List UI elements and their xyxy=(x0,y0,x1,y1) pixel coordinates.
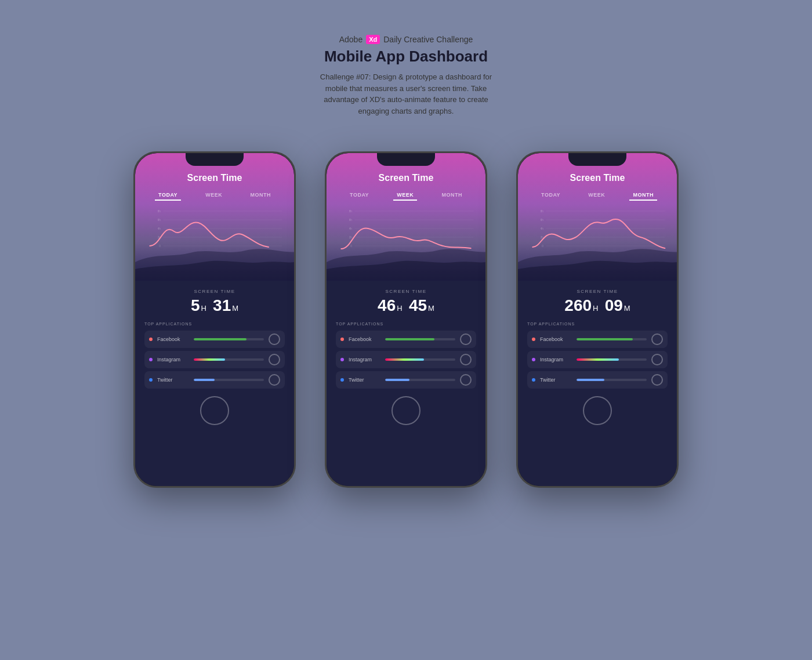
chart-svg-week: 8h 6h 4h 2h 0 xyxy=(336,205,476,263)
top-apps-label-week: TOP APPLICATIONS xyxy=(336,322,476,326)
svg-text:6h: 6h xyxy=(349,219,352,222)
app-bar-container-instagram xyxy=(194,358,264,361)
tab-month[interactable]: MONTH xyxy=(629,190,657,201)
app-row-instagram: Instagram xyxy=(336,351,476,368)
description: Challenge #07: Design & prototype a dash… xyxy=(319,71,493,117)
phone-top-month: Screen Time TODAY WEEK MONTH xyxy=(518,153,677,281)
home-indicator-area-week xyxy=(336,391,476,429)
svg-text:0: 0 xyxy=(159,245,161,248)
svg-text:6h: 6h xyxy=(541,219,543,222)
tab-week[interactable]: WEEK xyxy=(202,190,226,201)
app-bar-container-twitter xyxy=(194,379,264,381)
app-name-instagram: Instagram xyxy=(157,357,189,362)
app-name-instagram: Instagram xyxy=(349,357,380,362)
phone-title-today: Screen Time xyxy=(144,173,285,183)
phone-screen-today: Screen Time TODAY WEEK MONTH xyxy=(135,153,294,486)
phone-screen-month: Screen Time TODAY WEEK MONTH xyxy=(518,153,677,486)
main-title: Mobile App Dashboard xyxy=(319,48,493,66)
phone-screen-week: Screen Time TODAY WEEK MONTH xyxy=(327,153,485,486)
home-indicator-area-today xyxy=(144,391,285,429)
app-name-twitter: Twitter xyxy=(349,377,380,383)
app-toggle-instagram[interactable] xyxy=(269,354,280,365)
tab-today[interactable]: TODAY xyxy=(155,190,181,201)
phone-today: Screen Time TODAY WEEK MONTH xyxy=(133,151,296,488)
app-dot-facebook xyxy=(340,338,344,341)
app-bar-instagram xyxy=(194,358,225,361)
tab-today[interactable]: TODAY xyxy=(346,190,372,201)
app-bar-twitter xyxy=(385,379,409,381)
app-row-twitter: Twitter xyxy=(336,371,476,389)
app-row-instagram: Instagram xyxy=(527,351,668,368)
app-toggle-facebook[interactable] xyxy=(460,333,472,345)
app-row-facebook: Facebook xyxy=(527,331,668,348)
phones-container: Screen Time TODAY WEEK MONTH xyxy=(133,151,679,488)
tabs-today: TODAY WEEK MONTH xyxy=(144,190,285,201)
app-dot-twitter xyxy=(149,378,153,382)
app-toggle-twitter[interactable] xyxy=(269,374,280,386)
app-row-instagram: Instagram xyxy=(144,351,285,368)
home-button-week[interactable] xyxy=(392,396,420,425)
tabs-week: TODAY WEEK MONTH xyxy=(336,190,476,201)
chart-svg-today: 8h 6h 4h 2h 0 xyxy=(144,205,285,263)
app-name-facebook: Facebook xyxy=(157,336,189,342)
minutes-week: 45 xyxy=(409,296,427,315)
minutes-unit-today: M xyxy=(232,304,238,313)
app-name-twitter: Twitter xyxy=(540,377,572,383)
svg-text:8h: 8h xyxy=(349,210,352,213)
screen-time-value-today: 5H 31M xyxy=(144,296,285,315)
tab-today[interactable]: TODAY xyxy=(538,190,564,201)
phone-top-week: Screen Time TODAY WEEK MONTH xyxy=(327,153,485,281)
app-bar-facebook xyxy=(194,338,246,340)
app-name-twitter: Twitter xyxy=(157,377,189,383)
app-bar-container-twitter xyxy=(577,379,647,381)
app-name-facebook: Facebook xyxy=(349,336,380,342)
hours-unit-month: H xyxy=(593,304,598,313)
minutes-unit-month: M xyxy=(624,304,630,313)
screen-time-value-month: 260H 09M xyxy=(527,296,668,315)
app-dot-facebook xyxy=(149,338,153,341)
tab-month[interactable]: MONTH xyxy=(438,190,466,201)
app-dot-twitter xyxy=(340,378,344,382)
svg-text:4h: 4h xyxy=(349,227,352,230)
minutes-today: 31 xyxy=(213,296,231,315)
app-dot-twitter xyxy=(532,378,535,382)
hours-unit-week: H xyxy=(397,304,402,313)
app-toggle-instagram[interactable] xyxy=(651,354,663,365)
challenge-label: Daily Creative Challenge xyxy=(383,35,473,44)
app-bar-twitter xyxy=(577,379,604,381)
xd-badge: Xd xyxy=(366,35,380,44)
home-button-today[interactable] xyxy=(200,396,229,425)
app-bar-container-twitter xyxy=(385,379,455,381)
app-bar-twitter xyxy=(194,379,215,381)
app-toggle-twitter[interactable] xyxy=(651,374,663,386)
svg-text:8h: 8h xyxy=(158,210,161,213)
tab-month[interactable]: MONTH xyxy=(246,190,274,201)
app-toggle-facebook[interactable] xyxy=(269,333,280,345)
app-dot-instagram xyxy=(340,358,344,361)
app-bar-container-facebook xyxy=(194,338,264,340)
phone-title-month: Screen Time xyxy=(527,173,668,183)
app-toggle-twitter[interactable] xyxy=(460,374,472,386)
screen-time-label-today: SCREEN TIME xyxy=(144,289,285,294)
app-bar-instagram xyxy=(577,358,619,361)
app-toggle-facebook[interactable] xyxy=(651,333,663,345)
app-bar-facebook xyxy=(577,338,633,340)
phone-bottom-today: SCREEN TIME 5H 31M TOP APPLICATIONS Face… xyxy=(135,281,294,486)
minutes-unit-week: M xyxy=(428,304,434,313)
tab-week[interactable]: WEEK xyxy=(585,190,608,201)
screen-time-label-week: SCREEN TIME xyxy=(336,289,476,294)
app-toggle-instagram[interactable] xyxy=(460,354,472,365)
app-row-facebook: Facebook xyxy=(144,331,285,348)
app-bar-container-facebook xyxy=(385,338,455,340)
phone-title-week: Screen Time xyxy=(336,173,476,183)
tab-week[interactable]: WEEK xyxy=(393,190,417,201)
header-top-row: Adobe Xd Daily Creative Challenge xyxy=(319,35,493,44)
tabs-month: TODAY WEEK MONTH xyxy=(527,190,668,201)
app-row-facebook: Facebook xyxy=(336,331,476,348)
phone-bottom-month: SCREEN TIME 260H 09M TOP APPLICATIONS Fa… xyxy=(518,281,677,486)
phone-month: Screen Time TODAY WEEK MONTH xyxy=(516,151,679,488)
chart-area-month: 8h 6h 4h 2h 0 xyxy=(527,205,668,263)
home-button-month[interactable] xyxy=(583,396,612,425)
app-bar-facebook xyxy=(385,338,434,340)
app-dot-facebook xyxy=(532,338,535,341)
